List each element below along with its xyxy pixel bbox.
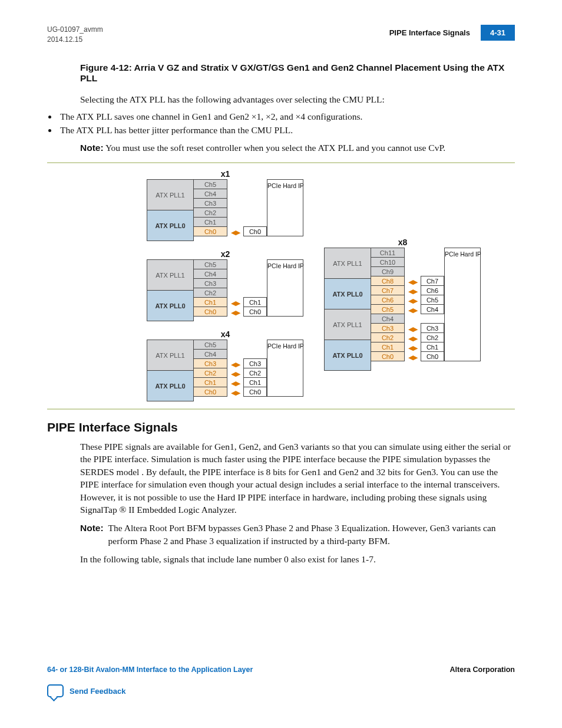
arrow-icon: ◀▶ [405, 323, 421, 333]
footer-left-link[interactable]: 64- or 128-Bit Avalon-MM Interface to th… [47, 666, 253, 674]
pll-cell: ATX PLL1 [324, 248, 371, 279]
arrow-icon [227, 349, 244, 359]
channel-cell: Ch0 [193, 307, 227, 317]
mapped-channel-cell: Ch1 [243, 297, 267, 307]
send-feedback-link[interactable]: Send Feedback [70, 687, 125, 696]
channel-diagrams: x1ATX PLL1ATX PLL0Ch5Ch4Ch3Ch2Ch1Ch0◀▶Ch… [147, 169, 515, 401]
channel-cell: Ch5 [193, 179, 227, 189]
diagram-title: x4 [147, 330, 303, 339]
arrow-icon [405, 314, 421, 324]
arrow-icon: ◀▶ [405, 285, 421, 295]
arrow-icon [405, 248, 421, 258]
pll-cell: ATX PLL0 [147, 370, 194, 401]
channel-cell: Ch5 [193, 259, 227, 269]
pll-cell: ATX PLL1 [147, 340, 194, 371]
mapped-channel-cell: Ch0 [243, 307, 267, 317]
figure-caption: Figure 4-12: Arria V GZ and Stratix V GX… [80, 62, 515, 84]
mapped-channel-cell: Ch5 [421, 295, 444, 305]
arrow-icon [227, 288, 244, 298]
mapped-channel-cell: Ch0 [243, 387, 267, 397]
channel-cell: Ch9 [371, 266, 405, 276]
diagram-x8: x8ATX PLL1ATX PLL0ATX PLL1ATX PLL0Ch11Ch… [325, 238, 481, 371]
arrow-icon: ◀▶ [227, 377, 244, 387]
arrow-icon: ◀▶ [227, 387, 244, 397]
section-heading-pipe: PIPE Interface Signals [47, 420, 515, 434]
arrow-icon: ◀▶ [227, 368, 244, 378]
channel-cell: Ch0 [371, 351, 405, 361]
mapped-channel-cell: Ch6 [421, 285, 444, 295]
channel-cell: Ch11 [371, 248, 405, 258]
channel-cell: Ch5 [193, 340, 227, 350]
channel-cell: Ch1 [193, 297, 227, 307]
followup-text: In the following table, signals that inc… [80, 553, 515, 565]
pll-cell: ATX PLL0 [324, 340, 371, 371]
intro-text: Selecting the ATX PLL has the following … [80, 93, 515, 106]
arrow-icon [405, 266, 421, 276]
note-text: The Altera Root Port BFM bypasses Gen3 P… [108, 522, 515, 547]
pll-cell: ATX PLL1 [147, 179, 194, 210]
mapped-channel-cell: Ch3 [421, 323, 444, 333]
note-label: Note: [80, 522, 104, 547]
horizontal-rule [47, 162, 515, 163]
arrow-icon [227, 269, 244, 279]
arrow-icon [227, 189, 244, 199]
pipe-paragraph: These PIPE signals are available for Gen… [80, 440, 515, 516]
channel-cell: Ch1 [371, 342, 405, 352]
diagram-title: x8 [325, 238, 481, 247]
feedback-icon[interactable] [47, 684, 64, 697]
channel-cell: Ch3 [193, 198, 227, 208]
arrow-icon: ◀▶ [227, 297, 244, 307]
arrow-icon [227, 179, 244, 189]
arrow-icon: ◀▶ [405, 351, 421, 361]
pll-cell: ATX PLL0 [147, 290, 194, 321]
channel-cell: Ch4 [193, 349, 227, 359]
note-text: You must use the soft reset controller w… [105, 143, 445, 153]
mapped-channel-cell: Ch0 [421, 351, 444, 361]
arrow-icon [227, 278, 244, 288]
channel-cell: Ch5 [371, 304, 405, 314]
arrow-icon [227, 340, 244, 350]
channel-cell: Ch3 [371, 323, 405, 333]
mapped-channel-cell: Ch1 [243, 377, 267, 387]
horizontal-rule [47, 409, 515, 410]
channel-cell: Ch2 [193, 368, 227, 378]
channel-cell: Ch2 [193, 288, 227, 298]
pcie-hard-ip-cell: PCIe Hard IP [267, 259, 303, 317]
page-header: UG-01097_avmm 2014.12.15 PIPE Interface … [47, 25, 515, 45]
arrow-icon: ◀▶ [405, 276, 421, 286]
arrow-icon [227, 217, 244, 227]
pcie-hard-ip-cell: PCIe Hard IP [444, 248, 481, 361]
channel-cell: Ch8 [371, 276, 405, 286]
arrow-icon [227, 198, 244, 208]
diagram-x4: x4ATX PLL1ATX PLL0Ch5Ch4Ch3Ch2Ch1Ch0◀▶◀▶… [147, 330, 303, 401]
note-block-2: Note: The Altera Root Port BFM bypasses … [80, 522, 515, 547]
channel-cell: Ch6 [371, 295, 405, 305]
list-item: The ATX PLL has better jitter performanc… [58, 124, 515, 136]
arrow-icon: ◀▶ [405, 332, 421, 342]
channel-cell: Ch1 [193, 217, 227, 227]
pll-cell: ATX PLL1 [147, 259, 194, 291]
mapped-channel-cell: Ch2 [421, 332, 444, 342]
diagram-title: x1 [147, 169, 303, 179]
channel-cell: Ch0 [193, 387, 227, 397]
mapped-channel-cell: Ch3 [243, 358, 267, 368]
pll-cell: ATX PLL1 [324, 309, 371, 340]
mapped-channel-cell: Ch4 [421, 304, 444, 314]
advantages-list: The ATX PLL saves one channel in Gen1 an… [58, 110, 515, 137]
header-section: PIPE Interface Signals [389, 28, 481, 37]
channel-cell: Ch10 [371, 257, 405, 267]
arrow-icon: ◀▶ [405, 295, 421, 305]
diagram-x1: x1ATX PLL1ATX PLL0Ch5Ch4Ch3Ch2Ch1Ch0◀▶Ch… [147, 169, 303, 241]
footer-company: Altera Corporation [450, 666, 515, 674]
doc-date: 2014.12.15 [47, 35, 103, 45]
channel-cell: Ch7 [371, 285, 405, 295]
channel-cell: Ch4 [193, 269, 227, 279]
header-page-number: 4-31 [481, 25, 515, 41]
page-footer: 64- or 128-Bit Avalon-MM Interface to th… [47, 666, 515, 697]
diagram-title: x2 [147, 249, 303, 259]
pll-cell: ATX PLL0 [324, 278, 371, 309]
mapped-channel-cell: Ch1 [421, 342, 444, 352]
mapped-channel-cell: Ch7 [421, 276, 444, 286]
channel-cell: Ch2 [371, 332, 405, 342]
note-block: Note: You must use the soft reset contro… [80, 141, 515, 154]
